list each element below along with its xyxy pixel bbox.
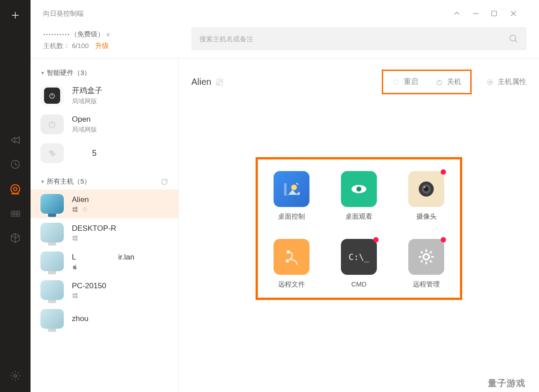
host-item-l[interactable]: L ir.lan <box>31 247 178 276</box>
action-remote-file[interactable]: 远程文件 <box>271 239 312 289</box>
svg-point-21 <box>291 185 297 190</box>
account-line[interactable]: · · · · · · · · · · （免费级） ∨ <box>43 30 191 39</box>
action-remote-manage[interactable]: 远程管理 <box>406 239 446 289</box>
svg-point-27 <box>424 186 425 188</box>
action-label: 摄像头 <box>416 212 437 221</box>
selected-host-name: Alien <box>191 77 211 87</box>
device-icon <box>40 143 64 163</box>
svg-rect-4 <box>14 211 17 213</box>
svg-rect-10 <box>492 11 497 16</box>
host-name: DESKTOP-R <box>72 224 168 233</box>
gear-icon <box>486 78 494 86</box>
window-collapse-button[interactable] <box>453 9 472 18</box>
rail-cube-icon[interactable] <box>10 233 21 243</box>
nav-rail <box>0 0 31 392</box>
rail-share-icon[interactable] <box>10 135 21 145</box>
windows-icon <box>72 292 78 299</box>
power-box-icon <box>40 86 64 106</box>
host-name: L ir.lan <box>72 253 168 262</box>
edit-name-button[interactable] <box>216 78 224 86</box>
hw-item-2[interactable]: 5 <box>31 139 178 167</box>
search-icon <box>508 34 518 44</box>
action-label: 桌面控制 <box>278 212 305 221</box>
watermark: 量子游戏 <box>488 377 526 389</box>
group-allhosts-header[interactable]: ▼ 所有主机（5） <box>31 174 178 189</box>
account-block: · · · · · · · · · · （免费级） ∨ 主机数： 6/100 升… <box>43 27 191 50</box>
svg-point-30 <box>424 254 429 260</box>
action-label: 远程文件 <box>278 280 305 289</box>
group-hardware-header[interactable]: ▼ 智能硬件（3） <box>31 65 178 81</box>
os-icons <box>72 206 168 212</box>
action-camera[interactable]: 摄像头 <box>406 171 446 221</box>
refresh-button[interactable] <box>160 178 168 186</box>
remote-manage-icon <box>408 239 444 275</box>
svg-rect-3 <box>11 211 13 213</box>
hw-name: 5 <box>72 149 117 158</box>
restart-label: 重启 <box>404 77 418 87</box>
os-icons <box>72 292 168 299</box>
svg-point-2 <box>13 187 17 191</box>
restart-button[interactable]: 重启 <box>388 75 423 89</box>
search-box[interactable] <box>191 27 526 50</box>
rail-nav <box>9 135 21 243</box>
monitor-icon <box>40 194 64 214</box>
window-close-button[interactable] <box>509 9 528 18</box>
svg-rect-8 <box>18 214 20 216</box>
triangle-down-icon: ▼ <box>40 70 45 75</box>
hw-sub: 局域网版 <box>72 126 168 134</box>
search-input[interactable] <box>199 35 508 43</box>
rail-history-icon[interactable] <box>10 159 21 170</box>
host-item-desktop-r[interactable]: DESKTOP-R <box>31 218 178 247</box>
notification-dot-icon <box>441 169 446 175</box>
hw-item-1[interactable]: Open 局域网版 <box>31 110 178 139</box>
desktop-view-icon <box>341 171 377 207</box>
os-icons <box>72 235 168 241</box>
action-cmd[interactable]: C:\_ CMD <box>339 239 379 289</box>
rail-add-button[interactable] <box>10 0 20 31</box>
window-minimize-button[interactable] <box>472 9 490 18</box>
svg-point-1 <box>11 185 20 194</box>
restart-icon <box>392 78 400 86</box>
body: ▼ 智能硬件（3） 开鸡盒子 局域网版 Open 局域网版 <box>31 58 539 392</box>
host-item-pc20150[interactable]: PC-20150 <box>31 276 178 304</box>
hw-name: 开鸡盒子 <box>72 85 168 96</box>
sidebar: ▼ 智能硬件（3） 开鸡盒子 局域网版 Open 局域网版 <box>31 59 179 392</box>
power-icon <box>435 78 443 86</box>
monitor-icon <box>40 251 64 271</box>
action-desktop-view[interactable]: 桌面观看 <box>339 171 379 221</box>
svg-rect-7 <box>14 214 17 216</box>
app-title: 向日葵控制端 <box>43 9 84 18</box>
group-hardware-title: 智能硬件（3） <box>47 69 91 77</box>
svg-point-16 <box>394 79 399 84</box>
content-area: Alien 重启 关机 主机属性 <box>179 59 539 392</box>
desktop-control-icon <box>274 171 309 207</box>
rail-grid-icon[interactable] <box>10 208 21 219</box>
svg-rect-15 <box>217 79 223 85</box>
cmd-icon: C:\_ <box>341 239 377 275</box>
upgrade-link[interactable]: 升级 <box>95 42 109 49</box>
group-all-title: 所有主机（5） <box>47 177 91 186</box>
rail-settings-icon[interactable] <box>10 370 21 381</box>
rail-hosts-icon[interactable] <box>9 183 21 195</box>
host-name: Alien <box>72 195 168 204</box>
notification-dot-icon <box>441 237 446 242</box>
action-desktop-control[interactable]: 桌面控制 <box>271 171 312 221</box>
account-tier: （免费级） <box>71 30 104 39</box>
account-name: · · · · · · · · · · <box>43 30 69 39</box>
host-item-zhou[interactable]: zhou <box>31 304 178 333</box>
hosts-count: 6/100 <box>72 42 89 49</box>
host-item-alien[interactable]: Alien <box>31 189 178 218</box>
chevron-down-icon: ∨ <box>106 31 110 38</box>
titlebar: 向日葵控制端 <box>31 0 539 27</box>
host-properties-button[interactable]: 主机属性 <box>486 77 526 87</box>
svg-rect-20 <box>284 183 287 196</box>
svg-point-11 <box>510 35 516 41</box>
monitor-icon <box>40 223 64 242</box>
hw-item-0[interactable]: 开鸡盒子 局域网版 <box>31 81 178 110</box>
shutdown-button[interactable]: 关机 <box>431 75 466 89</box>
svg-point-19 <box>487 79 493 85</box>
svg-point-23 <box>357 187 362 192</box>
window-maximize-button[interactable] <box>490 10 509 17</box>
svg-point-9 <box>14 374 17 377</box>
cmd-text: C:\_ <box>349 252 369 262</box>
